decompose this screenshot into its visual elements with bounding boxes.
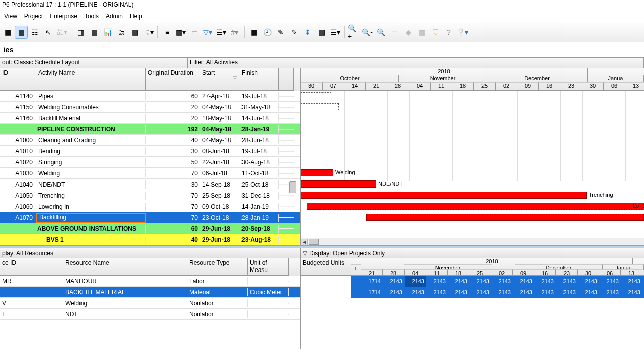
- budget-cell[interactable]: 2143: [556, 276, 578, 287]
- menu-help[interactable]: Help: [127, 12, 145, 21]
- toolbar-icon[interactable]: #▾: [228, 26, 242, 39]
- budget-cell[interactable]: 2143: [383, 287, 405, 298]
- spreadsheet-timescale[interactable]: 2018rNovemberDecemberJanua21280411182502…: [351, 258, 644, 276]
- toolbar-icon[interactable]: ▥: [415, 26, 428, 39]
- scroll-thumb[interactable]: [309, 239, 319, 245]
- horizontal-scrollbar[interactable]: ◄: [301, 238, 644, 245]
- budget-cell[interactable]: 2143: [491, 276, 513, 287]
- budget-cell[interactable]: 2143: [621, 276, 642, 287]
- col-header-duration[interactable]: Original Duration: [146, 68, 200, 90]
- toolbar-icon[interactable]: ≡: [160, 26, 174, 39]
- scroll-left-icon[interactable]: ◄: [301, 239, 308, 245]
- budget-row[interactable]: 1714214321432143214321432143214321432143…: [351, 287, 644, 298]
- toolbar-icon[interactable]: ▭: [388, 26, 401, 39]
- toolbar-icon[interactable]: ▭: [188, 26, 201, 39]
- toolbar-icon[interactable]: ✎: [274, 26, 287, 39]
- col-header-resource-id[interactable]: ce ID: [0, 258, 63, 276]
- toolbar-icon[interactable]: ▦: [247, 26, 260, 39]
- activity-row[interactable]: A1020Stringing5022-Jun-1830-Aug-18: [0, 157, 300, 168]
- col-header-unit[interactable]: Unit of Measu: [248, 258, 289, 276]
- menu-admin[interactable]: Admin: [103, 12, 126, 21]
- menu-project[interactable]: Project: [21, 12, 46, 21]
- budget-cell[interactable]: 1714: [361, 276, 383, 287]
- menu-enterprise[interactable]: Enterprise: [47, 12, 80, 21]
- activity-row[interactable]: A1060Lowering In7009-Oct-1814-Jan-19: [0, 201, 300, 212]
- toolbar-icon[interactable]: 🕘: [261, 26, 274, 39]
- scroll-thumb[interactable]: [289, 181, 296, 193]
- toolbar-icon[interactable]: 📊: [101, 26, 114, 39]
- resource-row[interactable]: MRMANHOURLabor: [0, 276, 300, 287]
- gantt-timescale[interactable]: 2018OctoberNovemberDecemberJanua30071421…: [301, 68, 644, 90]
- activity-row[interactable]: ABOVE GROUND INSTALLATIONS6029-Jun-1820-…: [0, 223, 300, 234]
- budget-cell[interactable]: 2143: [491, 287, 513, 298]
- resource-row[interactable]: VWeldingNonlabor: [0, 298, 300, 309]
- zoom-in-icon[interactable]: 🔍+: [347, 26, 360, 39]
- gantt-bar[interactable]: [301, 103, 339, 110]
- budget-cell[interactable]: 2143: [448, 287, 469, 298]
- activity-row[interactable]: A1070Backfilling7023-Oct-1828-Jan-19: [0, 212, 300, 223]
- budget-cell[interactable]: 2143: [534, 276, 556, 287]
- gantt-bar[interactable]: [321, 203, 644, 210]
- budget-row[interactable]: 1714214321432143214321432143214321432143…: [351, 276, 644, 287]
- gantt-bar[interactable]: [301, 180, 376, 188]
- col-header-resource-type[interactable]: Resource Type: [187, 258, 248, 276]
- toolbar-icon[interactable]: ▤: [128, 26, 141, 39]
- budget-cell[interactable]: 2143: [405, 276, 426, 287]
- toolbar-icon[interactable]: ↖: [42, 26, 55, 39]
- activity-row[interactable]: BVS 14029-Jun-1823-Aug-18: [0, 234, 300, 245]
- col-header-budgeted[interactable]: Budgeted Units: [301, 258, 351, 276]
- budget-cell[interactable]: 2143: [405, 287, 426, 298]
- budget-cell[interactable]: 2143: [599, 287, 621, 298]
- col-header-id[interactable]: ID: [0, 68, 36, 90]
- budget-cell[interactable]: 2143: [469, 276, 491, 287]
- help-icon[interactable]: ❔▾: [456, 26, 469, 39]
- toolbar-icon[interactable]: 品▾: [55, 26, 68, 39]
- toolbar-icon[interactable]: ◆: [401, 26, 415, 39]
- toolbar-icon[interactable]: ▤: [315, 26, 328, 39]
- resource-display-label[interactable]: play: All Resources: [0, 248, 300, 258]
- layout-label[interactable]: out: Classic Schedule Layout: [0, 58, 188, 68]
- budget-cell[interactable]: 2143: [621, 287, 642, 298]
- zoom-icon[interactable]: 🔍: [374, 26, 387, 39]
- help-icon[interactable]: ?: [442, 26, 455, 39]
- gantt-bar[interactable]: [301, 192, 587, 199]
- budget-cell[interactable]: 2143: [534, 287, 556, 298]
- activity-row[interactable]: A1040NDE/NDT3014-Sep-1825-Oct-18: [0, 179, 300, 190]
- activity-row[interactable]: PIPELINE CONSTRUCTION19204-May-1828-Jan-…: [0, 124, 300, 135]
- budget-cell[interactable]: 2143: [448, 276, 469, 287]
- budget-cell[interactable]: 2143: [599, 276, 621, 287]
- activity-row[interactable]: A1030Welding7006-Jul-1811-Oct-18: [0, 168, 300, 179]
- activity-row[interactable]: A1010Bending3008-Jun-1819-Jul-18: [0, 146, 300, 157]
- col-header-finish[interactable]: Finish: [239, 68, 279, 90]
- budget-cell[interactable]: 2143: [556, 287, 578, 298]
- resource-row[interactable]: BACKFILL MATERIALMaterialCubic Meter: [0, 287, 300, 298]
- activity-row[interactable]: A1140Pipes6027-Apr-1819-Jul-18: [0, 90, 300, 102]
- gantt-bar[interactable]: [301, 92, 331, 99]
- toolbar-icon[interactable]: ▤: [15, 26, 28, 39]
- budget-cell[interactable]: 2143: [426, 287, 448, 298]
- budget-cell[interactable]: 2143: [578, 287, 599, 298]
- toolbar-icon[interactable]: ☷: [28, 26, 41, 39]
- toolbar-icon[interactable]: ▥▾: [174, 26, 187, 39]
- gantt-chart[interactable]: WeldingNDE/NDTTrenchingLo: [301, 90, 644, 238]
- activity-row[interactable]: A1150Welding Consumables2004-May-1831-Ma…: [0, 102, 300, 113]
- toolbar-icon[interactable]: ▥: [74, 26, 87, 39]
- budget-cell[interactable]: 2143: [383, 276, 405, 287]
- resource-row[interactable]: INDTNonlabor: [0, 309, 300, 320]
- filter-icon[interactable]: ▽▾: [201, 26, 214, 39]
- gantt-bar[interactable]: [301, 169, 333, 176]
- project-display-label[interactable]: ▽ Display: Open Projects Only: [301, 248, 644, 258]
- budget-cell[interactable]: 1714: [361, 287, 383, 298]
- budget-cell[interactable]: 2143: [513, 276, 534, 287]
- budget-cell[interactable]: 2143: [513, 287, 534, 298]
- zoom-out-icon[interactable]: 🔍-: [361, 26, 374, 39]
- menu-view[interactable]: View: [1, 12, 20, 21]
- col-header-name[interactable]: Activity Name: [36, 68, 146, 90]
- toolbar-icon[interactable]: 🗂: [115, 26, 128, 39]
- toolbar-icon[interactable]: ☰▾: [329, 26, 342, 39]
- budget-cell[interactable]: 2143: [578, 276, 599, 287]
- note-icon[interactable]: 🗨: [429, 26, 442, 39]
- activity-row[interactable]: A1160Backfill Material2018-May-1814-Jun-…: [0, 113, 300, 124]
- menu-tools[interactable]: Tools: [82, 12, 102, 21]
- toolbar-icon[interactable]: 🖨▾: [142, 26, 155, 39]
